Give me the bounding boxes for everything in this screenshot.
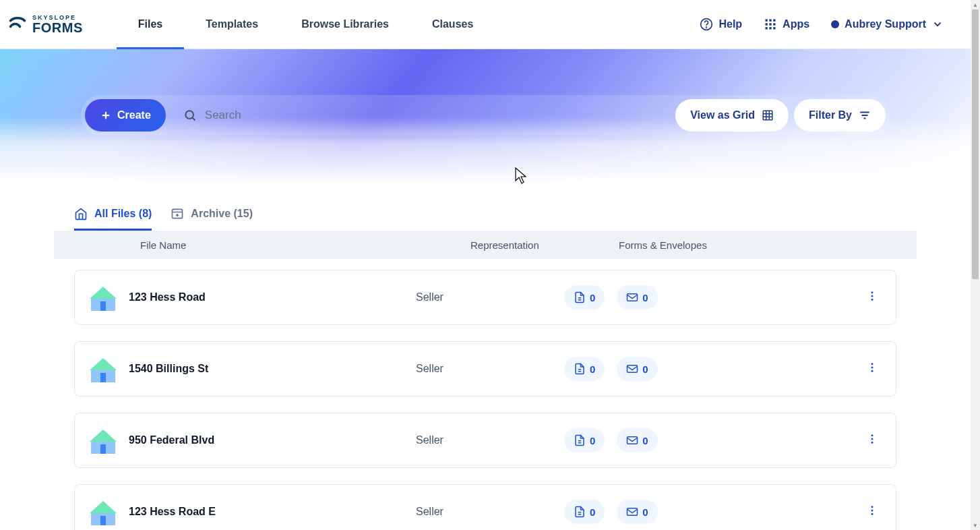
main-nav: Files Templates Browse Libraries Clauses: [117, 0, 495, 49]
file-name: 123 Hess Road E: [129, 506, 416, 518]
nav-clauses[interactable]: Clauses: [410, 0, 495, 49]
row-more-button[interactable]: [861, 356, 884, 382]
archive-icon: [171, 207, 184, 220]
envelopes-badge[interactable]: 0: [617, 428, 657, 452]
envelope-icon: [626, 291, 638, 303]
svg-point-39: [871, 506, 874, 508]
user-menu[interactable]: Aubrey Support: [831, 18, 944, 30]
nav-browse-libraries[interactable]: Browse Libraries: [280, 0, 410, 49]
forms-count: 0: [590, 435, 595, 446]
row-more-button[interactable]: [861, 428, 884, 453]
house-icon: [87, 496, 119, 528]
envelopes-badge[interactable]: 0: [617, 500, 657, 524]
document-icon: [574, 434, 586, 446]
filter-label: Filter By: [809, 109, 852, 121]
row-more-button[interactable]: [861, 285, 884, 310]
svg-marker-22: [90, 358, 117, 370]
svg-rect-30: [100, 444, 106, 454]
scrollbar-thumb[interactable]: [972, 9, 979, 279]
svg-marker-36: [90, 501, 117, 513]
file-rows: 123 Hess Road Seller 0 0: [0, 259, 971, 530]
forms-badge[interactable]: 0: [564, 285, 605, 310]
create-label: Create: [117, 109, 151, 121]
document-icon: [574, 506, 586, 518]
svg-rect-12: [763, 111, 772, 120]
file-row[interactable]: 950 Federal Blvd Seller 0 0: [74, 413, 896, 468]
search-wrap: [171, 99, 670, 131]
svg-point-34: [871, 442, 874, 444]
tab-all-files[interactable]: All Files (8): [74, 198, 152, 230]
file-row[interactable]: 1540 Billings St Seller 0 0: [74, 341, 896, 396]
view-as-grid-button[interactable]: View as Grid: [675, 99, 789, 131]
logo-main-text: FORMS: [32, 21, 83, 34]
svg-rect-3: [769, 20, 771, 22]
svg-rect-7: [773, 23, 775, 25]
row-more-button[interactable]: [861, 499, 884, 525]
envelopes-badge[interactable]: 0: [617, 285, 657, 310]
svg-rect-2: [766, 20, 768, 22]
col-representation: Representation: [470, 239, 619, 251]
home-icon: [74, 207, 88, 220]
file-representation: Seller: [416, 363, 564, 375]
envelopes-count: 0: [642, 292, 648, 303]
grid-icon: [762, 109, 774, 121]
hero-section: Create View as Grid Filter By: [0, 49, 971, 184]
nav-templates[interactable]: Templates: [184, 0, 280, 49]
file-row[interactable]: 123 Hess Road Seller 0 0: [74, 270, 896, 325]
apps-button[interactable]: Apps: [764, 18, 809, 31]
svg-marker-15: [90, 287, 117, 299]
scroll-down-icon[interactable]: ▼: [971, 521, 980, 530]
scroll-up-icon[interactable]: ▲: [971, 0, 980, 9]
file-row[interactable]: 123 Hess Road E Seller 0 0: [74, 484, 896, 530]
file-representation: Seller: [416, 434, 564, 446]
filter-by-button[interactable]: Filter By: [794, 99, 886, 131]
house-icon: [87, 424, 119, 457]
file-representation: Seller: [416, 506, 564, 518]
help-label: Help: [718, 18, 742, 30]
apps-label: Apps: [783, 18, 809, 30]
create-button[interactable]: Create: [85, 99, 166, 131]
table-header: File Name Representation Forms & Envelop…: [54, 231, 917, 259]
forms-count: 0: [590, 292, 595, 303]
view-grid-label: View as Grid: [690, 109, 755, 121]
svg-rect-37: [100, 516, 106, 525]
svg-point-18: [871, 291, 874, 293]
svg-point-19: [871, 295, 874, 297]
envelopes-count: 0: [642, 435, 648, 446]
scrollbar[interactable]: ▲ ▼: [971, 0, 980, 530]
svg-rect-17: [627, 294, 638, 301]
svg-rect-24: [627, 365, 638, 373]
tab-all-files-label: All Files (8): [94, 208, 152, 220]
nav-files[interactable]: Files: [117, 0, 184, 49]
house-icon: [87, 281, 119, 314]
help-button[interactable]: Help: [700, 18, 742, 31]
logo-mark-icon: [8, 15, 27, 34]
search-input[interactable]: [205, 109, 658, 122]
file-tabs: All Files (8) Archive (15): [0, 198, 971, 231]
action-bar: Create View as Grid Filter By: [81, 95, 890, 136]
svg-rect-31: [627, 437, 638, 444]
dots-vertical-icon: [866, 433, 878, 445]
svg-rect-23: [100, 373, 106, 382]
envelopes-badge[interactable]: 0: [617, 357, 657, 381]
envelope-icon: [626, 506, 638, 518]
tab-archive[interactable]: Archive (15): [171, 198, 253, 230]
svg-rect-5: [766, 23, 768, 25]
forms-badge[interactable]: 0: [564, 428, 605, 452]
file-name: 123 Hess Road: [129, 291, 416, 303]
logo[interactable]: SKYSLOPE FORMS: [8, 15, 83, 34]
user-name: Aubrey Support: [845, 18, 926, 30]
file-name: 1540 Billings St: [129, 363, 416, 375]
svg-point-20: [871, 299, 874, 301]
search-icon: [183, 109, 197, 122]
svg-point-11: [185, 111, 193, 119]
forms-badge[interactable]: 0: [564, 500, 605, 524]
svg-marker-29: [90, 430, 117, 442]
svg-rect-38: [627, 508, 638, 516]
dots-vertical-icon: [866, 504, 878, 517]
house-icon: [87, 353, 119, 385]
forms-badge[interactable]: 0: [564, 357, 605, 381]
svg-rect-4: [773, 20, 775, 22]
svg-point-32: [871, 434, 874, 436]
envelopes-count: 0: [642, 363, 648, 375]
